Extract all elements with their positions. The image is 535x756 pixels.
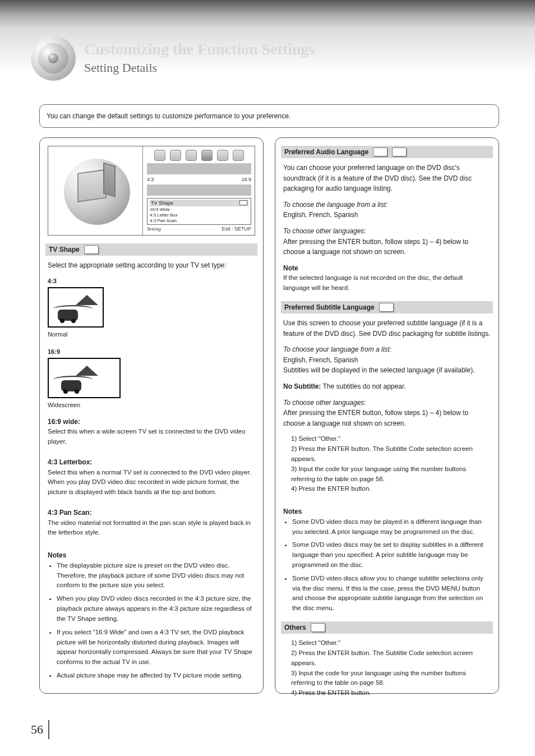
note-item: When you play DVD video discs recorded i… [57, 594, 255, 624]
note-item: Actual picture shape may be affected by … [57, 671, 255, 681]
option-desc: The video material not formatted in the … [48, 518, 255, 538]
option-letterbox: 4:3 Letterbox: Select this when a normal… [48, 457, 255, 497]
lead-text: To choose other languages: [283, 399, 366, 407]
nav-icon-4-active [201, 150, 213, 161]
right-column: Preferred Audio Language You can choose … [275, 137, 499, 694]
step-2: 2) Press the ENTER button. The Subtitle … [291, 444, 491, 464]
body-para: You can choose your preferred language o… [283, 163, 491, 194]
note-item: If you select "16:9 Wide" and own a 4:3 … [57, 628, 255, 667]
section-orb-icon [31, 36, 76, 81]
nav-icon-6 [233, 150, 244, 161]
option-panscan: 4:3 Pan Scan: The video material not for… [48, 508, 255, 538]
option-name: 4:3 Letterbox: [48, 457, 255, 468]
intro-box: You can change the default settings to c… [39, 104, 499, 128]
menu-title: TV Shape [151, 200, 173, 206]
bar-label: Preferred Audio Language [284, 148, 368, 156]
step-4: 4) Press the ENTER button. [291, 688, 491, 698]
ratio-4-3: 4:3 [147, 177, 154, 182]
body-para: Use this screen to choose your preferred… [283, 318, 491, 339]
nav-icon-2 [170, 150, 181, 161]
notes-list: Some DVD video discs may be played in a … [283, 517, 491, 614]
key-icon [84, 245, 99, 254]
notes-heading: Notes [283, 506, 491, 517]
option-16-9: 16:9 wide: Select this when a wide-scree… [48, 417, 255, 447]
top-gradient [0, 0, 535, 73]
option-desc: Select this when a normal TV set is conn… [48, 468, 255, 497]
section-bar-audio: Preferred Audio Language [281, 146, 493, 158]
key-icon [311, 623, 325, 632]
intro-text: You can change the default settings to c… [47, 112, 290, 120]
lead-text: To choose the language from a list: [283, 201, 388, 209]
settings-screenshot: 4:3 16:9 TV Shape 16:9 Wide 4:3 Letter B… [48, 146, 255, 236]
section-bar-subtitle: Preferred Subtitle Language [281, 301, 493, 314]
no-subtitle-desc: The subtitles do not appear. [322, 382, 405, 390]
option-desc: Select this when a wide-screen TV set is… [48, 427, 255, 447]
option-name: 16:9 wide: [48, 417, 255, 427]
menu-item: 4:3 Pan Scan [150, 218, 177, 223]
bar-label: Others [284, 624, 306, 631]
setting-label: Setting [147, 226, 161, 232]
nav-icon-3 [186, 150, 197, 161]
thumb-wide [48, 358, 121, 398]
key-icon [373, 147, 388, 156]
tv-shape-menu: TV Shape 16:9 Wide 4:3 Letter Box 4:3 Pa… [147, 198, 251, 225]
option-name: 4:3 Pan Scan: [48, 508, 255, 518]
page-indicator-icon [239, 200, 247, 205]
nav-icon-5 [217, 150, 228, 161]
tv-cube-graphic [77, 169, 107, 202]
thumb-caption-normal: Normal [48, 330, 255, 339]
bar-label: TV Shape [49, 246, 80, 253]
notes-heading: Notes [48, 550, 255, 561]
thumb-normal [48, 287, 104, 328]
menu-item: 4:3 Letter Box [150, 213, 178, 218]
lead-text: To choose other languages: [283, 227, 366, 235]
body-text: After pressing the ENTER button, follow … [283, 409, 468, 427]
lang-list: English, French, Spanish [283, 211, 358, 219]
exit-hint: Exit : SETUP [222, 226, 251, 232]
step-1: 1) Select "Other." [291, 434, 491, 444]
page-title: Customizing the Function Settings [84, 40, 315, 58]
page-subtitle: Setting Details [84, 61, 157, 75]
note-item: Some DVD video discs may be played in a … [292, 517, 491, 537]
page-number: 56 [31, 722, 43, 737]
notes-list: The displayable picture size is preset o… [48, 561, 255, 681]
body-para: Select the appropriate setting according… [48, 260, 255, 271]
step-2: 2) Press the ENTER button. The Subtitle … [291, 648, 491, 669]
lang-list: English, French, Spanish [283, 356, 358, 364]
step-3: 3) Input the code for your language usin… [291, 464, 491, 485]
section-bar-others: Others [281, 621, 493, 634]
note-item: The displayable picture size is preset o… [57, 561, 255, 591]
no-subtitle-label: No Subtitle: [283, 382, 321, 390]
left-column: 4:3 16:9 TV Shape 16:9 Wide 4:3 Letter B… [39, 137, 264, 694]
note-text: If the selected language is not recorded… [283, 273, 491, 293]
thumb-label-wide: 16:9 [48, 347, 255, 357]
menu-item: 16:9 Wide [150, 207, 170, 212]
page-number-rule [48, 720, 49, 739]
nav-icon-1 [154, 150, 165, 161]
note-heading: Note [283, 263, 491, 274]
nav-icons-row [147, 150, 251, 161]
step-4: 4) Press the ENTER button. [291, 484, 491, 494]
lead-text: To choose your language from a list: [283, 345, 391, 353]
ratio-16-9: 16:9 [241, 177, 251, 182]
bar-label: Preferred Subtitle Language [284, 303, 375, 311]
step-3: 3) Input the code for your language usin… [291, 669, 491, 689]
note-item: Some DVD video discs may be set to displ… [292, 540, 491, 570]
thumb-caption-wide: Widescreen [48, 400, 255, 410]
key-icon [379, 303, 394, 312]
tail-text: Subtitles will be displayed in the selec… [283, 366, 475, 374]
body-text: After pressing the ENTER button, follow … [283, 238, 468, 256]
section-bar-tv-shape: TV Shape [45, 243, 257, 256]
step-1: 1) Select "Other." [291, 638, 491, 648]
note-item: Some DVD video discs allow you to change… [292, 574, 491, 614]
key-icon [392, 147, 407, 156]
thumb-label-normal: 4:3 [48, 276, 255, 286]
